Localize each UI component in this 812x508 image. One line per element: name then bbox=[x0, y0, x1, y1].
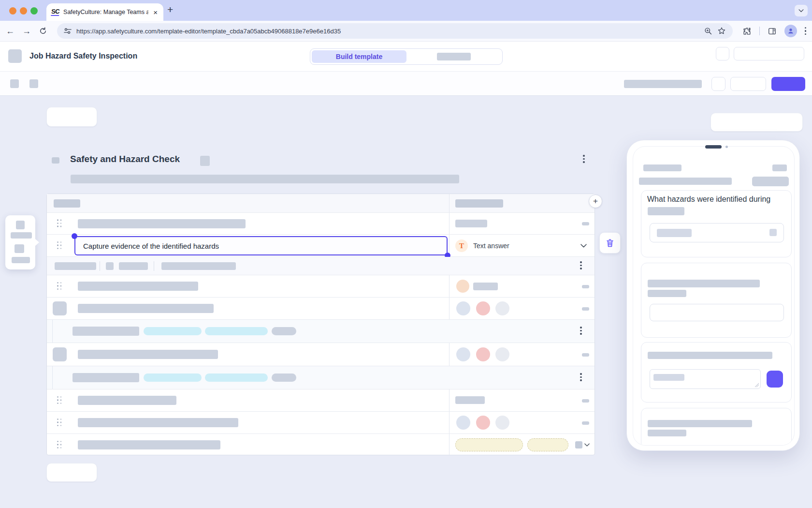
question-text-skeleton bbox=[78, 282, 198, 291]
preview-send-button bbox=[767, 371, 783, 388]
drag-handle-icon[interactable] bbox=[57, 396, 62, 404]
toolbar-secondary-button[interactable] bbox=[730, 77, 766, 91]
window-minimize-button[interactable] bbox=[20, 7, 27, 15]
tab-search-button[interactable] bbox=[795, 5, 808, 16]
drag-handle-icon[interactable] bbox=[57, 220, 62, 228]
preview-question-skeleton bbox=[648, 352, 772, 359]
question-row[interactable] bbox=[47, 412, 594, 434]
add-page-top-button[interactable] bbox=[46, 107, 97, 127]
header-action-button[interactable] bbox=[734, 47, 804, 60]
site-info-icon[interactable] bbox=[64, 28, 72, 34]
question-table: Capture evidence of the identified hazar… bbox=[46, 194, 595, 455]
media-response-chip bbox=[456, 280, 469, 293]
mobile-preview-panel: What hazards were identified during bbox=[626, 140, 800, 451]
tooltip-icon-skeleton bbox=[14, 244, 24, 253]
logic-menu-button[interactable] bbox=[580, 327, 582, 335]
phone-screen: What hazards were identified during bbox=[633, 146, 795, 446]
tooltip-text-skeleton bbox=[12, 257, 30, 263]
tab-build-template[interactable]: Build template bbox=[312, 50, 406, 63]
section-menu-button[interactable] bbox=[583, 155, 585, 163]
preview-question-text: What hazards were identified during bbox=[647, 195, 788, 204]
question-row[interactable] bbox=[47, 298, 594, 320]
logic-chip bbox=[144, 374, 202, 382]
preview-text-input bbox=[650, 304, 784, 321]
safetyculture-favicon: SC bbox=[51, 8, 60, 16]
question-row[interactable] bbox=[47, 343, 594, 366]
response-type-skeleton bbox=[455, 396, 485, 404]
tab-report-placeholder[interactable] bbox=[406, 50, 501, 63]
trash-icon bbox=[606, 239, 614, 248]
tab-title: SafetyCulture: Manage Teams and... bbox=[63, 9, 148, 15]
template-title[interactable]: Job Hazard Safety Inspection bbox=[29, 52, 137, 60]
response-set-checkbox[interactable] bbox=[575, 441, 582, 448]
table-header-row bbox=[47, 194, 594, 213]
publish-button[interactable] bbox=[771, 77, 805, 91]
drag-handle-icon[interactable] bbox=[57, 241, 62, 250]
chevron-down-icon[interactable] bbox=[584, 443, 590, 447]
header-icon-button[interactable] bbox=[716, 47, 729, 60]
extensions-icon[interactable] bbox=[742, 27, 752, 36]
selection-handle-top[interactable] bbox=[72, 233, 77, 239]
preview-question-card bbox=[641, 263, 792, 338]
row-overflow-placeholder bbox=[582, 399, 589, 403]
text-answer-type-icon: T bbox=[455, 239, 468, 252]
required-toggle-skeleton bbox=[55, 262, 96, 270]
response-type-skeleton bbox=[473, 283, 498, 290]
setting-icon-skeleton bbox=[106, 262, 114, 270]
forward-button[interactable]: → bbox=[22, 27, 31, 35]
delete-question-button[interactable] bbox=[599, 232, 621, 254]
preview-status-skeleton bbox=[772, 164, 787, 171]
profile-avatar[interactable] bbox=[784, 25, 797, 37]
preview-question-skeleton bbox=[648, 290, 686, 297]
browser-menu-button[interactable] bbox=[805, 27, 807, 35]
row-overflow-placeholder bbox=[582, 353, 589, 357]
question-row[interactable] bbox=[47, 389, 594, 412]
question-row[interactable] bbox=[47, 213, 594, 235]
autosave-status-skeleton bbox=[624, 80, 702, 88]
question-column-header-skeleton bbox=[54, 199, 80, 208]
indent-line bbox=[52, 320, 53, 343]
response-chip-na bbox=[495, 416, 509, 430]
logic-chip bbox=[205, 327, 268, 335]
template-editor-canvas: Safety and Hazard Check Capture evidence… bbox=[0, 96, 812, 508]
back-button[interactable]: ← bbox=[6, 27, 14, 35]
add-question-bottom-button[interactable] bbox=[46, 463, 97, 482]
multiple-choice-chip[interactable] bbox=[455, 438, 523, 451]
question-menu-button[interactable] bbox=[580, 261, 582, 269]
preview-text-input bbox=[650, 223, 784, 242]
add-column-button[interactable]: + bbox=[589, 194, 602, 208]
window-zoom-button[interactable] bbox=[30, 7, 38, 15]
multiple-choice-chip[interactable] bbox=[527, 438, 568, 451]
browser-tab[interactable]: SC SafetyCulture: Manage Teams and... × bbox=[46, 3, 163, 21]
question-row[interactable] bbox=[47, 434, 594, 456]
preview-toggle-button[interactable] bbox=[710, 113, 803, 132]
side-panel-icon[interactable] bbox=[768, 27, 777, 36]
response-chip-negative bbox=[476, 301, 490, 315]
settings-divider bbox=[100, 261, 100, 271]
drag-handle-icon[interactable] bbox=[57, 418, 62, 427]
template-logo-placeholder bbox=[8, 49, 22, 63]
drag-handle-icon[interactable] bbox=[57, 441, 62, 449]
logic-subrow bbox=[47, 366, 594, 389]
window-close-button[interactable] bbox=[9, 7, 16, 15]
preview-textarea bbox=[650, 369, 761, 389]
selected-question-row[interactable]: Capture evidence of the identified hazar… bbox=[47, 235, 594, 257]
response-type-selector[interactable]: Text answer bbox=[473, 242, 509, 250]
logic-chip-skeleton bbox=[272, 327, 296, 335]
new-tab-button[interactable]: + bbox=[167, 4, 173, 15]
url-text[interactable]: https://app.safetyculture.com/template-e… bbox=[76, 28, 699, 35]
address-bar[interactable]: https://app.safetyculture.com/template-e… bbox=[57, 23, 733, 39]
logic-menu-button[interactable] bbox=[580, 373, 582, 381]
zoom-in-icon[interactable] bbox=[704, 27, 712, 35]
response-chip-negative bbox=[476, 416, 490, 430]
drag-handle-icon[interactable] bbox=[57, 282, 62, 290]
tab-close-icon[interactable]: × bbox=[152, 8, 159, 16]
question-row[interactable] bbox=[47, 275, 594, 298]
chevron-down-icon[interactable] bbox=[580, 244, 587, 248]
toolbar-icon-button[interactable] bbox=[711, 77, 725, 91]
bookmark-star-icon[interactable] bbox=[717, 27, 726, 35]
question-text-input[interactable]: Capture evidence of the identified hazar… bbox=[74, 236, 448, 255]
section-title[interactable]: Safety and Hazard Check bbox=[70, 154, 180, 164]
reload-button[interactable] bbox=[39, 27, 47, 35]
collapse-section-icon[interactable] bbox=[52, 157, 59, 164]
